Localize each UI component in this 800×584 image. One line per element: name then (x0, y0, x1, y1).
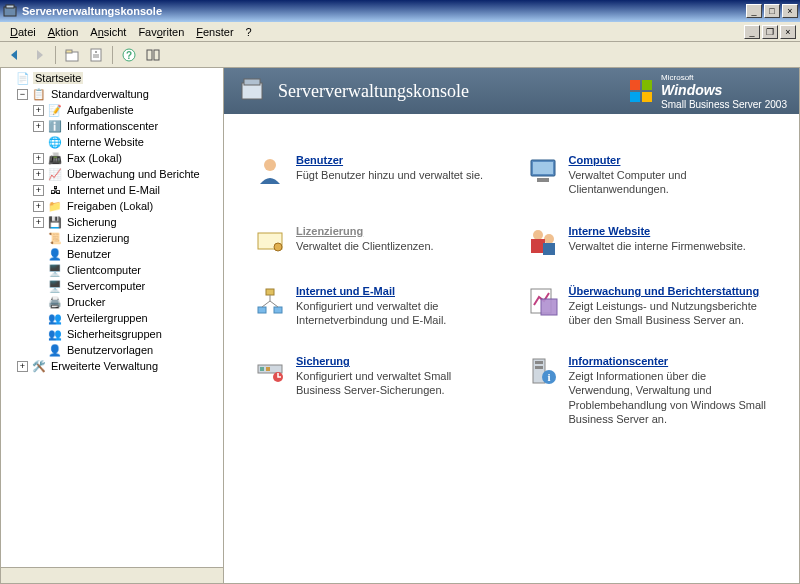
license-icon: 📜 (47, 230, 63, 246)
svg-rect-26 (531, 239, 545, 253)
svg-rect-30 (274, 307, 282, 313)
expand-icon[interactable]: + (33, 217, 44, 228)
folder-icon: 📋 (31, 86, 47, 102)
nav-tree[interactable]: 📄Startseite −📋Standardverwaltung +📝Aufga… (0, 68, 224, 584)
svg-rect-11 (154, 50, 159, 60)
svg-point-23 (274, 243, 282, 251)
tile-benutzer: BenutzerFügt Benutzer hinzu und verwalte… (254, 154, 507, 197)
share-icon: 📁 (47, 198, 63, 214)
tile-sicherung-link[interactable]: Sicherung (296, 355, 496, 367)
tile-website-link[interactable]: Interne Website (569, 225, 746, 237)
window-title: Serververwaltungskonsole (22, 5, 746, 17)
expand-icon[interactable]: + (33, 185, 44, 196)
svg-point-18 (264, 159, 276, 171)
tile-report: Überwachung und BerichterstattungZeigt L… (527, 285, 780, 328)
svg-rect-15 (642, 80, 652, 90)
tile-lizenz-link[interactable]: Lizenzierung (296, 225, 434, 237)
product-logo: Microsoft Windows Small Business Server … (661, 73, 787, 110)
printer-icon: 🖨️ (47, 294, 63, 310)
svg-rect-20 (533, 162, 553, 174)
svg-rect-29 (258, 307, 266, 313)
tree-verteiler[interactable]: 👥Verteilergruppen (1, 310, 223, 326)
expand-icon[interactable]: + (33, 105, 44, 116)
menu-favoriten[interactable]: Favoriten (132, 24, 190, 40)
computer-icon: 🖥️ (47, 262, 63, 278)
tile-computer-link[interactable]: Computer (569, 154, 769, 166)
show-hide-button[interactable] (142, 44, 164, 66)
svg-rect-41 (535, 361, 543, 364)
tree-scrollbar[interactable] (1, 567, 223, 583)
tile-infocenter: i InformationscenterZeigt Informationen … (527, 355, 780, 426)
tree-internet[interactable]: +🖧Internet und E-Mail (1, 182, 223, 198)
tile-report-link[interactable]: Überwachung und Berichterstattung (569, 285, 769, 297)
expand-icon[interactable]: + (33, 153, 44, 164)
expand-icon[interactable]: + (17, 361, 28, 372)
license-icon (254, 225, 286, 257)
backup-icon: 💾 (47, 214, 63, 230)
tree-lizenz[interactable]: 📜Lizenzierung (1, 230, 223, 246)
minimize-button[interactable]: _ (746, 4, 762, 18)
tree-vorlagen[interactable]: 👤Benutzervorlagen (1, 342, 223, 358)
mdi-close-button[interactable]: × (780, 25, 796, 39)
menu-aktion[interactable]: Aktion (42, 24, 85, 40)
properties-button[interactable] (85, 44, 107, 66)
close-button[interactable]: × (782, 4, 798, 18)
tree-aufgaben[interactable]: +📝Aufgabenliste (1, 102, 223, 118)
tree-website[interactable]: 🌐Interne Website (1, 134, 223, 150)
tree-info[interactable]: +ℹ️Informationscenter (1, 118, 223, 134)
tree-root[interactable]: 📄Startseite (1, 70, 223, 86)
tile-desc: Konfiguriert und verwaltet Small Busines… (296, 369, 496, 398)
expand-icon[interactable]: + (33, 201, 44, 212)
window-titlebar: Serververwaltungskonsole _ □ × (0, 0, 800, 22)
app-icon (2, 3, 18, 19)
menu-fenster[interactable]: Fenster (190, 24, 239, 40)
tree-sicherheit[interactable]: 👥Sicherheitsgruppen (1, 326, 223, 342)
back-button[interactable] (4, 44, 26, 66)
svg-rect-17 (642, 92, 652, 102)
computer-icon (527, 154, 559, 186)
svg-rect-3 (66, 50, 72, 53)
monitor-icon: 📈 (47, 166, 63, 182)
tree-benutzer[interactable]: 👤Benutzer (1, 246, 223, 262)
group-icon: 👥 (47, 310, 63, 326)
mdi-restore-button[interactable]: ❐ (762, 25, 778, 39)
tree-drucker[interactable]: 🖨️Drucker (1, 294, 223, 310)
tree-server[interactable]: 🖥️Servercomputer (1, 278, 223, 294)
tree-ueberwachung[interactable]: +📈Überwachung und Berichte (1, 166, 223, 182)
tile-computer: ComputerVerwaltet Computer und Clientanw… (527, 154, 780, 197)
svg-rect-35 (541, 299, 557, 315)
windows-flag-icon (627, 77, 655, 105)
security-icon: 👥 (47, 326, 63, 342)
tree-sicherung[interactable]: +💾Sicherung (1, 214, 223, 230)
svg-rect-10 (147, 50, 152, 60)
tools-icon: 🛠️ (31, 358, 47, 374)
tile-internet-link[interactable]: Internet und E-Mail (296, 285, 496, 297)
mdi-minimize-button[interactable]: _ (744, 25, 760, 39)
svg-point-5 (95, 51, 97, 53)
expand-icon[interactable]: + (33, 169, 44, 180)
tile-desc: Verwaltet die Clientlizenzen. (296, 239, 434, 253)
menu-ansicht[interactable]: Ansicht (84, 24, 132, 40)
tree-fax[interactable]: +📠Fax (Lokal) (1, 150, 223, 166)
menu-datei[interactable]: Datei (4, 24, 42, 40)
tree-client[interactable]: 🖥️Clientcomputer (1, 262, 223, 278)
collapse-icon[interactable]: − (17, 89, 28, 100)
tree-erweitert[interactable]: +🛠️Erweiterte Verwaltung (1, 358, 223, 374)
svg-text:i: i (547, 371, 550, 383)
server-header-icon (236, 75, 268, 107)
tile-benutzer-link[interactable]: Benutzer (296, 154, 483, 166)
maximize-button[interactable]: □ (764, 4, 780, 18)
tile-infocenter-link[interactable]: Informationscenter (569, 355, 769, 367)
expand-icon[interactable]: + (33, 121, 44, 132)
user-icon: 👤 (47, 246, 63, 262)
tile-desc: Konfiguriert und verwaltet die Internetv… (296, 299, 496, 328)
menu-help[interactable]: ? (240, 24, 258, 40)
tree-freigaben[interactable]: +📁Freigaben (Lokal) (1, 198, 223, 214)
forward-button[interactable] (28, 44, 50, 66)
svg-line-33 (270, 301, 278, 307)
tree-std[interactable]: −📋Standardverwaltung (1, 86, 223, 102)
help-button[interactable]: ? (118, 44, 140, 66)
user-icon (254, 154, 286, 186)
svg-text:?: ? (126, 50, 132, 61)
up-button[interactable] (61, 44, 83, 66)
